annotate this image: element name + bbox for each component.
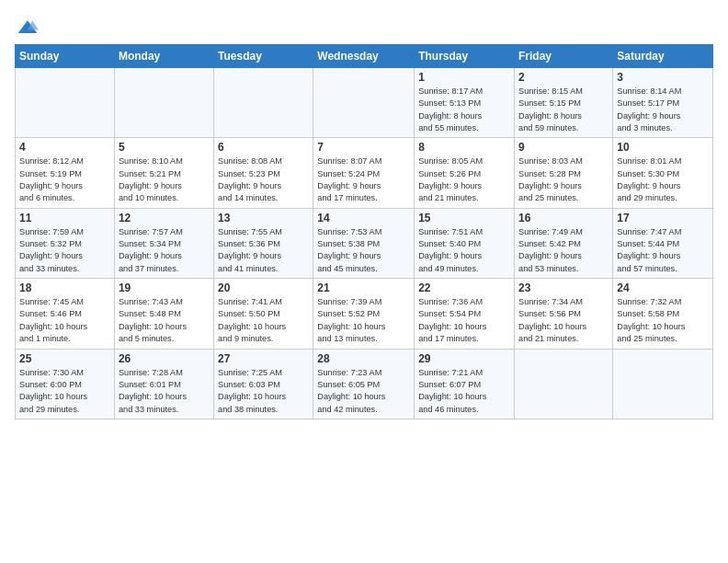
day-number: 2 (518, 71, 609, 84)
day-info: Sunrise: 7:49 AM Sunset: 5:42 PM Dayligh… (518, 226, 609, 275)
calendar-cell: 3Sunrise: 8:14 AM Sunset: 5:17 PM Daylig… (613, 68, 713, 138)
calendar-cell: 1Sunrise: 8:17 AM Sunset: 5:13 PM Daylig… (415, 68, 515, 138)
logo-icon (17, 18, 39, 37)
calendar-cell: 12Sunrise: 7:57 AM Sunset: 5:34 PM Dayli… (114, 208, 213, 278)
day-number: 11 (19, 212, 110, 224)
day-info: Sunrise: 8:10 AM Sunset: 5:21 PM Dayligh… (119, 155, 210, 204)
col-header-tuesday: Tuesday (214, 45, 313, 68)
day-number: 1 (418, 71, 510, 84)
day-info: Sunrise: 8:05 AM Sunset: 5:26 PM Dayligh… (418, 155, 510, 204)
day-number: 5 (119, 141, 210, 154)
calendar-cell (114, 68, 213, 138)
calendar-cell: 25Sunrise: 7:30 AM Sunset: 6:00 PM Dayli… (16, 349, 115, 419)
day-number: 19 (119, 282, 210, 294)
calendar-cell: 16Sunrise: 7:49 AM Sunset: 5:42 PM Dayli… (515, 208, 613, 278)
calendar-cell: 26Sunrise: 7:28 AM Sunset: 6:01 PM Dayli… (114, 349, 213, 419)
day-info: Sunrise: 7:21 AM Sunset: 6:07 PM Dayligh… (418, 367, 510, 416)
calendar-cell: 20Sunrise: 7:41 AM Sunset: 5:50 PM Dayli… (214, 279, 313, 349)
day-info: Sunrise: 7:28 AM Sunset: 6:01 PM Dayligh… (119, 367, 210, 416)
day-info: Sunrise: 7:53 AM Sunset: 5:38 PM Dayligh… (317, 226, 410, 275)
day-info: Sunrise: 8:12 AM Sunset: 5:19 PM Dayligh… (19, 155, 110, 204)
calendar-cell (16, 68, 115, 138)
day-number: 24 (617, 282, 709, 294)
day-number: 26 (119, 352, 210, 365)
calendar-cell: 21Sunrise: 7:39 AM Sunset: 5:52 PM Dayli… (313, 279, 415, 349)
col-header-saturday: Saturday (613, 45, 713, 68)
day-number: 8 (418, 141, 510, 154)
logo (15, 18, 42, 37)
day-info: Sunrise: 7:51 AM Sunset: 5:40 PM Dayligh… (418, 226, 510, 275)
day-info: Sunrise: 7:41 AM Sunset: 5:50 PM Dayligh… (218, 296, 309, 345)
calendar-cell: 15Sunrise: 7:51 AM Sunset: 5:40 PM Dayli… (415, 208, 515, 278)
col-header-wednesday: Wednesday (313, 45, 415, 68)
week-row-2: 4Sunrise: 8:12 AM Sunset: 5:19 PM Daylig… (16, 138, 713, 208)
calendar-cell: 4Sunrise: 8:12 AM Sunset: 5:19 PM Daylig… (16, 138, 115, 208)
day-number: 4 (19, 141, 110, 154)
calendar-cell (214, 68, 313, 138)
calendar-cell: 11Sunrise: 7:59 AM Sunset: 5:32 PM Dayli… (16, 208, 115, 278)
day-number: 14 (317, 212, 410, 224)
day-info: Sunrise: 8:08 AM Sunset: 5:23 PM Dayligh… (218, 155, 309, 204)
day-number: 17 (617, 212, 709, 224)
calendar-cell (313, 68, 415, 138)
week-row-5: 25Sunrise: 7:30 AM Sunset: 6:00 PM Dayli… (16, 349, 713, 419)
calendar-cell (613, 349, 713, 419)
day-info: Sunrise: 7:34 AM Sunset: 5:56 PM Dayligh… (518, 296, 609, 345)
day-number: 15 (418, 212, 510, 224)
day-number: 18 (19, 282, 110, 294)
col-header-thursday: Thursday (415, 45, 515, 68)
day-info: Sunrise: 8:14 AM Sunset: 5:17 PM Dayligh… (617, 86, 709, 134)
day-number: 10 (617, 141, 709, 154)
day-info: Sunrise: 7:30 AM Sunset: 6:00 PM Dayligh… (19, 367, 110, 416)
day-info: Sunrise: 7:45 AM Sunset: 5:46 PM Dayligh… (19, 296, 110, 345)
day-number: 7 (317, 141, 410, 154)
day-info: Sunrise: 7:59 AM Sunset: 5:32 PM Dayligh… (19, 226, 110, 275)
calendar-cell: 2Sunrise: 8:15 AM Sunset: 5:15 PM Daylig… (515, 68, 613, 138)
day-number: 3 (617, 71, 709, 84)
calendar-cell: 13Sunrise: 7:55 AM Sunset: 5:36 PM Dayli… (214, 208, 313, 278)
calendar-cell: 23Sunrise: 7:34 AM Sunset: 5:56 PM Dayli… (515, 279, 613, 349)
day-number: 21 (317, 282, 410, 294)
calendar-table: SundayMondayTuesdayWednesdayThursdayFrid… (15, 44, 713, 419)
day-number: 27 (218, 352, 309, 365)
day-info: Sunrise: 7:25 AM Sunset: 6:03 PM Dayligh… (218, 367, 309, 416)
calendar-cell (515, 349, 613, 419)
calendar-cell: 14Sunrise: 7:53 AM Sunset: 5:38 PM Dayli… (313, 208, 415, 278)
day-number: 12 (119, 212, 210, 224)
day-number: 25 (19, 352, 110, 365)
day-number: 23 (518, 282, 609, 294)
header-row: SundayMondayTuesdayWednesdayThursdayFrid… (16, 45, 713, 68)
day-number: 13 (218, 212, 309, 224)
day-info: Sunrise: 7:47 AM Sunset: 5:44 PM Dayligh… (617, 226, 709, 275)
day-number: 6 (218, 141, 309, 154)
calendar-cell: 24Sunrise: 7:32 AM Sunset: 5:58 PM Dayli… (613, 279, 713, 349)
day-info: Sunrise: 7:57 AM Sunset: 5:34 PM Dayligh… (119, 226, 210, 275)
calendar-cell: 17Sunrise: 7:47 AM Sunset: 5:44 PM Dayli… (613, 208, 713, 278)
day-number: 9 (518, 141, 609, 154)
day-number: 28 (317, 352, 410, 365)
day-info: Sunrise: 8:07 AM Sunset: 5:24 PM Dayligh… (317, 155, 410, 204)
calendar-cell: 5Sunrise: 8:10 AM Sunset: 5:21 PM Daylig… (114, 138, 213, 208)
calendar-cell: 27Sunrise: 7:25 AM Sunset: 6:03 PM Dayli… (214, 349, 313, 419)
day-number: 22 (418, 282, 510, 294)
calendar-cell: 22Sunrise: 7:36 AM Sunset: 5:54 PM Dayli… (415, 279, 515, 349)
col-header-friday: Friday (515, 45, 613, 68)
calendar-cell: 28Sunrise: 7:23 AM Sunset: 6:05 PM Dayli… (313, 349, 415, 419)
day-info: Sunrise: 7:23 AM Sunset: 6:05 PM Dayligh… (317, 367, 410, 416)
day-number: 29 (418, 352, 510, 365)
day-info: Sunrise: 8:15 AM Sunset: 5:15 PM Dayligh… (518, 86, 609, 134)
day-info: Sunrise: 7:55 AM Sunset: 5:36 PM Dayligh… (218, 226, 309, 275)
calendar-cell: 10Sunrise: 8:01 AM Sunset: 5:30 PM Dayli… (613, 138, 713, 208)
week-row-4: 18Sunrise: 7:45 AM Sunset: 5:46 PM Dayli… (16, 279, 713, 349)
week-row-3: 11Sunrise: 7:59 AM Sunset: 5:32 PM Dayli… (16, 208, 713, 278)
calendar-cell: 29Sunrise: 7:21 AM Sunset: 6:07 PM Dayli… (415, 349, 515, 419)
day-info: Sunrise: 7:43 AM Sunset: 5:48 PM Dayligh… (119, 296, 210, 345)
day-number: 16 (518, 212, 609, 224)
col-header-monday: Monday (114, 45, 213, 68)
day-info: Sunrise: 7:36 AM Sunset: 5:54 PM Dayligh… (418, 296, 510, 345)
day-info: Sunrise: 8:01 AM Sunset: 5:30 PM Dayligh… (617, 155, 709, 204)
calendar-cell: 8Sunrise: 8:05 AM Sunset: 5:26 PM Daylig… (415, 138, 515, 208)
week-row-1: 1Sunrise: 8:17 AM Sunset: 5:13 PM Daylig… (16, 68, 713, 138)
calendar-cell: 6Sunrise: 8:08 AM Sunset: 5:23 PM Daylig… (214, 138, 313, 208)
page-header (15, 15, 713, 37)
